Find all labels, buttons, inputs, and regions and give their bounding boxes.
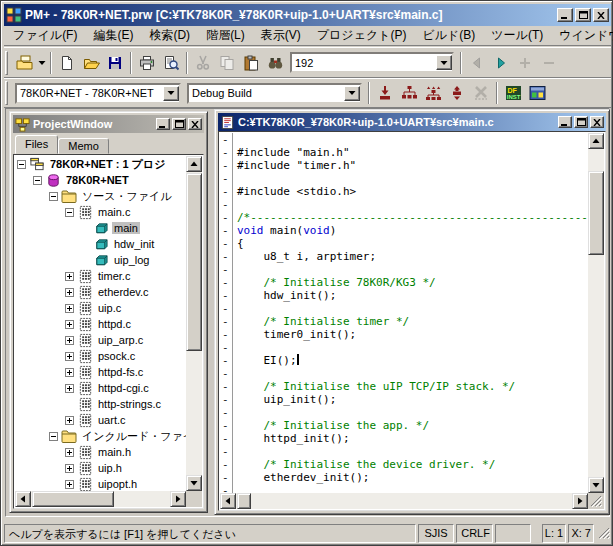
window-resize-grip[interactable] [596,525,610,544]
tree-item-78k0r+net-1-[interactable]: 78K0R+NET : 1 プロジ [15,156,186,172]
build-and-debug-button[interactable] [445,81,469,105]
project-window-title-bar[interactable]: ProjectWindow [13,115,204,133]
rebuild-button[interactable] [421,81,445,105]
dropdown-icon[interactable] [344,86,360,101]
toolbar-grip[interactable] [5,51,8,75]
minus-expander-icon[interactable] [33,176,42,185]
fold-marker[interactable]: - [222,237,232,250]
plus-expander-icon[interactable] [65,384,74,393]
tree-item-uipopt.h[interactable]: uipopt.h [15,476,186,491]
new-file-button[interactable] [55,51,79,75]
menu-file[interactable]: ファイル(F) [5,25,85,46]
search-word-combo[interactable]: 192 [290,52,454,73]
scrollbar-thumb[interactable] [588,171,604,255]
plus-expander-icon[interactable] [65,320,74,329]
scroll-right-icon[interactable] [572,493,588,509]
save-button[interactable] [103,51,127,75]
menu-project[interactable]: プロジェクト(P) [309,25,415,46]
fold-marker[interactable]: - [222,172,232,185]
tree-item-main.h[interactable]: main.h [15,444,186,460]
plus-expander-icon[interactable] [65,480,74,489]
close-icon[interactable] [188,118,202,130]
fold-marker[interactable]: - [222,354,232,367]
fold-marker[interactable]: - [222,198,232,211]
maximize-icon[interactable] [575,8,591,22]
open-workspace-button[interactable] [12,51,36,75]
resize-grip[interactable] [588,493,604,509]
fold-marker[interactable]: - [222,185,232,198]
plus-expander-icon[interactable] [65,448,74,457]
open-file-button[interactable] [79,51,103,75]
tree-item-uip_arp.c[interactable]: uip_arp.c [15,332,186,348]
tree-item-httpd.c[interactable]: httpd.c [15,316,186,332]
fold-marker[interactable]: - [222,458,232,471]
fold-marker[interactable]: - [222,315,232,328]
dropdown-icon[interactable] [163,86,179,101]
fold-marker[interactable]: - [222,289,232,302]
scroll-left-icon[interactable] [220,493,236,509]
menu-layer[interactable]: 階層(L) [198,25,253,46]
main-title-bar[interactable]: PM+ - 78K0R+NET.prw [C:¥TK78K0R_¥78K0R+u… [4,4,611,26]
print-preview-button[interactable] [159,51,183,75]
fold-margin[interactable]: ----------------------------- [220,133,233,493]
fold-marker[interactable]: - [222,263,232,276]
tree-item-main.c[interactable]: main.c [15,204,186,220]
scroll-up-icon[interactable] [186,156,202,172]
fold-marker[interactable]: - [222,445,232,458]
build-mode-combo[interactable]: Debug Build [187,83,362,104]
scroll-right-icon[interactable] [170,491,186,507]
minimize-icon[interactable] [156,118,170,130]
tree-item-httpd-fs.c[interactable]: httpd-fs.c [15,364,186,380]
plus-expander-icon[interactable] [65,416,74,425]
tree-item-uip_log[interactable]: uip_log [15,252,186,268]
fold-marker[interactable]: - [222,484,232,493]
fold-marker[interactable]: - [222,432,232,445]
scroll-down-icon[interactable] [186,475,202,491]
tree-item-uip.c[interactable]: uip.c [15,300,186,316]
menu-window[interactable]: ウインドウ(W) [551,25,613,46]
minimize-icon[interactable] [557,8,573,22]
tree-item-httpd-cgi.c[interactable]: httpd-cgi.c [15,380,186,396]
close-icon[interactable] [590,116,604,128]
maximize-icon[interactable] [574,116,588,128]
scroll-up-icon[interactable] [588,133,604,149]
fold-marker[interactable]: - [222,419,232,432]
tree-item-78k0r+net[interactable]: 78K0R+NET [15,172,186,188]
fold-marker[interactable]: - [222,367,232,380]
tree-item-uart.c[interactable]: uart.c [15,412,186,428]
tree-item--[interactable]: ソース・ファイル [15,188,186,204]
scrollbar-thumb[interactable] [32,491,114,507]
plus-expander-icon[interactable] [65,368,74,377]
plus-expander-icon[interactable] [65,304,74,313]
fold-marker[interactable]: - [222,341,232,354]
tree-item-main[interactable]: main [15,220,186,236]
tab-files[interactable]: Files [15,135,58,154]
fold-marker[interactable]: - [222,302,232,315]
scrollbar-thumb[interactable] [186,173,202,351]
fold-marker[interactable]: - [222,159,232,172]
toolbar-grip[interactable] [5,81,8,105]
scrollbar-thumb[interactable] [237,493,251,509]
tree-item-timer.c[interactable]: timer.c [15,268,186,284]
editor-horizontal-scrollbar[interactable] [220,493,588,509]
tree-horizontal-scrollbar[interactable] [15,491,186,507]
editor-vertical-scrollbar[interactable] [588,133,604,493]
tab-memo[interactable]: Memo [58,138,109,154]
find-in-files-button[interactable] [263,51,287,75]
minus-expander-icon[interactable] [65,208,74,217]
forward-button[interactable] [489,51,513,75]
fold-marker[interactable]: - [222,133,232,146]
build-button[interactable] [397,81,421,105]
code-text[interactable]: #include "main.h"#include "timer.h"#incl… [233,133,588,493]
dropdown-icon[interactable] [436,55,452,70]
close-icon[interactable] [593,8,609,22]
fold-marker[interactable]: - [222,211,232,224]
fold-marker[interactable]: - [222,406,232,419]
project-group-combo[interactable]: 78K0R+NET - 78K0R+NET [15,83,181,104]
minimize-icon[interactable] [558,116,572,128]
debugger-button[interactable]: DFINST [501,81,525,105]
minus-expander-icon[interactable] [49,192,58,201]
print-button[interactable] [135,51,159,75]
plus-expander-icon[interactable] [65,288,74,297]
plus-expander-icon[interactable] [65,352,74,361]
